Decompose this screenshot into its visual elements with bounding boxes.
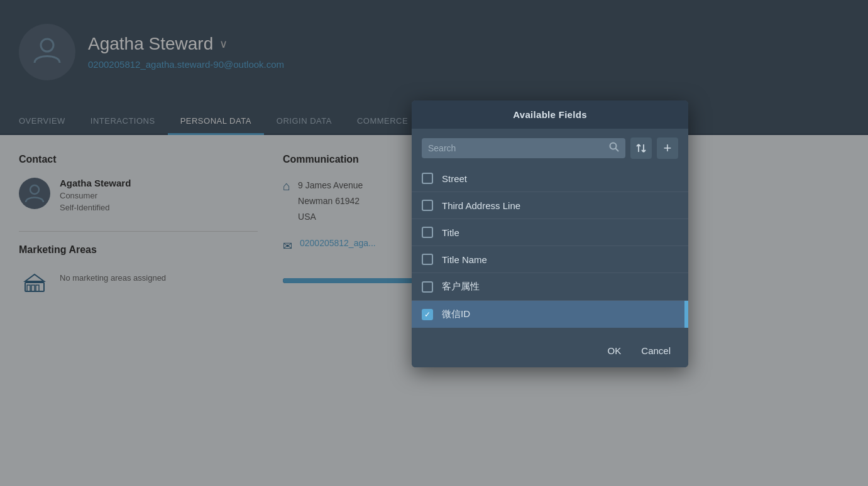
field-label-wechat-id: 微信ID (442, 308, 470, 320)
field-label-title: Title (442, 227, 459, 238)
modal-footer: OK Cancel (412, 334, 688, 367)
sort-button[interactable] (630, 138, 652, 159)
field-list: Street Third Address Line Title Title Na… (412, 165, 688, 334)
modal-search-row: + (412, 129, 688, 165)
available-fields-modal: Available Fields + Street (412, 100, 688, 367)
check-icon: ✓ (424, 310, 431, 319)
field-item-wechat-id[interactable]: ✓ 微信ID (412, 301, 688, 328)
modal-title: Available Fields (412, 100, 688, 129)
cancel-button[interactable]: Cancel (636, 343, 676, 359)
checkbox-third-address[interactable] (422, 200, 433, 211)
search-input-wrap (422, 138, 625, 158)
field-item-customer-attr[interactable]: 客户属性 (412, 273, 688, 301)
field-label-title-name: Title Name (442, 254, 487, 265)
field-label-third-address: Third Address Line (442, 200, 520, 211)
checkbox-title-name[interactable] (422, 254, 433, 265)
field-item-title-name[interactable]: Title Name (412, 246, 688, 273)
checkbox-street[interactable] (422, 173, 433, 184)
field-item-street[interactable]: Street (412, 165, 688, 192)
svg-line-8 (615, 148, 618, 151)
field-item-third-address[interactable]: Third Address Line (412, 192, 688, 219)
ok-button[interactable]: OK (603, 343, 627, 359)
add-field-button[interactable]: + (657, 138, 678, 159)
checkbox-customer-attr[interactable] (422, 281, 433, 293)
search-input[interactable] (428, 143, 605, 153)
search-icon (609, 142, 619, 154)
checkbox-title[interactable] (422, 227, 433, 238)
field-label-customer-attr: 客户属性 (442, 281, 480, 293)
field-label-street: Street (442, 173, 467, 184)
field-item-title[interactable]: Title (412, 219, 688, 246)
checkbox-wechat-id[interactable]: ✓ (422, 309, 433, 320)
selected-indicator (684, 301, 688, 328)
